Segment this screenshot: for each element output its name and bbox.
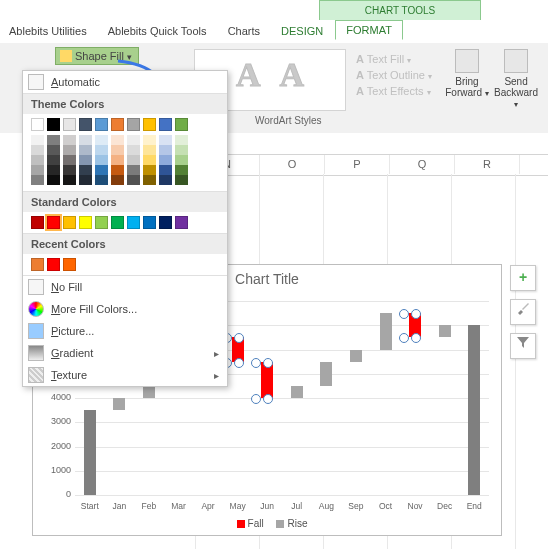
color-swatch[interactable] <box>63 216 76 229</box>
selection-handle[interactable] <box>263 358 273 368</box>
color-swatch[interactable] <box>79 145 92 155</box>
selection-handle[interactable] <box>251 394 261 404</box>
text-fill-button[interactable]: A Text Fill ▾ <box>356 53 436 65</box>
texture-fill[interactable]: Texture▸ <box>23 364 227 386</box>
color-swatch[interactable] <box>159 135 172 145</box>
color-swatch[interactable] <box>47 175 60 185</box>
color-swatch[interactable] <box>79 155 92 165</box>
color-swatch[interactable] <box>79 118 92 131</box>
color-swatch[interactable] <box>143 175 156 185</box>
color-swatch[interactable] <box>159 216 172 229</box>
color-swatch[interactable] <box>159 175 172 185</box>
color-swatch[interactable] <box>159 165 172 175</box>
color-swatch[interactable] <box>63 165 76 175</box>
gradient-fill[interactable]: Gradient▸ <box>23 342 227 364</box>
color-swatch[interactable] <box>31 258 44 271</box>
color-swatch[interactable] <box>31 145 44 155</box>
chart-bar-end[interactable] <box>468 325 480 495</box>
color-swatch[interactable] <box>31 165 44 175</box>
color-swatch[interactable] <box>127 175 140 185</box>
color-swatch[interactable] <box>63 175 76 185</box>
color-swatch[interactable] <box>111 216 124 229</box>
color-swatch[interactable] <box>143 118 156 131</box>
color-swatch[interactable] <box>127 145 140 155</box>
color-swatch[interactable] <box>95 216 108 229</box>
color-swatch[interactable] <box>47 155 60 165</box>
chart-bar-jan[interactable] <box>113 398 125 410</box>
tab-ablebits-utilities[interactable]: Ablebits Utilities <box>0 21 96 40</box>
tab-design[interactable]: DESIGN <box>272 21 332 40</box>
color-swatch[interactable] <box>159 118 172 131</box>
selection-handle[interactable] <box>411 333 421 343</box>
chart-styles-button[interactable] <box>510 299 536 325</box>
color-swatch[interactable] <box>63 258 76 271</box>
color-swatch[interactable] <box>31 216 44 229</box>
text-outline-button[interactable]: A Text Outline ▾ <box>356 69 436 81</box>
tab-format[interactable]: FORMAT <box>335 20 403 40</box>
color-swatch[interactable] <box>175 145 188 155</box>
color-swatch[interactable] <box>95 165 108 175</box>
text-effects-button[interactable]: A Text Effects ▾ <box>356 85 436 97</box>
bring-forward-button[interactable]: Bring Forward ▾ <box>444 49 490 98</box>
wordart-style-1[interactable]: A <box>236 56 261 94</box>
col-head-q[interactable]: Q <box>390 155 455 174</box>
color-swatch[interactable] <box>95 145 108 155</box>
selection-handle[interactable] <box>399 309 409 319</box>
shape-fill-button[interactable]: Shape Fill ▾ <box>55 47 139 65</box>
chart-filters-button[interactable] <box>510 333 536 359</box>
color-swatch[interactable] <box>127 165 140 175</box>
color-swatch[interactable] <box>175 118 188 131</box>
color-swatch[interactable] <box>127 216 140 229</box>
color-swatch[interactable] <box>159 155 172 165</box>
chart-bar-jul[interactable] <box>291 386 303 398</box>
color-swatch[interactable] <box>111 118 124 131</box>
col-head-p[interactable]: P <box>325 155 390 174</box>
col-head-o[interactable]: O <box>260 155 325 174</box>
col-head-r[interactable]: R <box>455 155 520 174</box>
color-swatch[interactable] <box>79 175 92 185</box>
color-swatch[interactable] <box>95 135 108 145</box>
tab-ablebits-quick-tools[interactable]: Ablebits Quick Tools <box>99 21 216 40</box>
no-fill[interactable]: No Fill <box>23 276 227 298</box>
selection-handle[interactable] <box>263 394 273 404</box>
send-backward-button[interactable]: Send Backward ▾ <box>493 49 539 109</box>
color-swatch[interactable] <box>175 155 188 165</box>
color-swatch[interactable] <box>47 135 60 145</box>
chart-bar-aug[interactable] <box>320 362 332 386</box>
color-swatch[interactable] <box>79 165 92 175</box>
color-swatch[interactable] <box>95 175 108 185</box>
color-swatch[interactable] <box>31 118 44 131</box>
color-swatch[interactable] <box>111 155 124 165</box>
fill-automatic[interactable]: Automatic <box>23 71 227 93</box>
chart-bar-dec[interactable] <box>439 325 451 337</box>
color-swatch[interactable] <box>111 175 124 185</box>
color-swatch[interactable] <box>111 135 124 145</box>
chart-bar-oct[interactable] <box>380 313 392 349</box>
chart-bar-start[interactable] <box>84 410 96 495</box>
selection-handle[interactable] <box>399 333 409 343</box>
color-swatch[interactable] <box>143 145 156 155</box>
selection-handle[interactable] <box>234 333 244 343</box>
color-swatch[interactable] <box>175 165 188 175</box>
wordart-style-2[interactable]: A <box>280 56 305 94</box>
color-swatch[interactable] <box>143 216 156 229</box>
color-swatch[interactable] <box>47 145 60 155</box>
tab-charts[interactable]: Charts <box>219 21 269 40</box>
color-swatch[interactable] <box>79 216 92 229</box>
color-swatch[interactable] <box>127 135 140 145</box>
color-swatch[interactable] <box>47 258 60 271</box>
color-swatch[interactable] <box>95 155 108 165</box>
color-swatch[interactable] <box>127 118 140 131</box>
picture-fill[interactable]: Picture... <box>23 320 227 342</box>
color-swatch[interactable] <box>31 135 44 145</box>
chart-bar-sep[interactable] <box>350 350 362 362</box>
color-swatch[interactable] <box>63 155 76 165</box>
color-swatch[interactable] <box>175 175 188 185</box>
color-swatch[interactable] <box>175 216 188 229</box>
more-fill-colors[interactable]: More Fill Colors... <box>23 298 227 320</box>
color-swatch[interactable] <box>111 145 124 155</box>
color-swatch[interactable] <box>47 165 60 175</box>
color-swatch[interactable] <box>175 135 188 145</box>
color-swatch[interactable] <box>143 165 156 175</box>
selection-handle[interactable] <box>234 358 244 368</box>
